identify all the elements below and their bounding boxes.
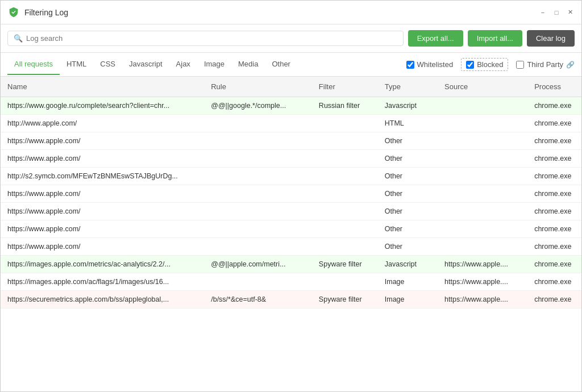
cell-name: https://www.apple.com/	[1, 220, 204, 238]
tab-media[interactable]: Media	[231, 54, 265, 75]
cell-type: Image	[378, 273, 438, 291]
import-button[interactable]: Import all...	[468, 30, 522, 47]
cell-source	[438, 115, 527, 132]
col-header-filter: Filter	[312, 77, 378, 97]
tab-css[interactable]: CSS	[93, 54, 122, 75]
col-header-name: Name	[1, 77, 204, 97]
col-header-type: Type	[378, 77, 438, 97]
cell-type: Javascript	[378, 97, 438, 115]
blocked-filter[interactable]: Blocked	[461, 58, 508, 71]
table-row[interactable]: https://www.google.ru/complete/search?cl…	[1, 97, 581, 115]
table-row[interactable]: https://www.apple.com/Otherchrome.exe	[1, 238, 581, 256]
col-header-rule: Rule	[204, 77, 312, 97]
cell-filter	[312, 150, 378, 168]
cell-type: Other	[378, 220, 438, 238]
whitelisted-checkbox[interactable]	[406, 61, 414, 69]
cell-rule	[204, 238, 312, 256]
cell-filter	[312, 185, 378, 203]
tab-image[interactable]: Image	[197, 54, 231, 75]
cell-source	[438, 168, 527, 185]
tab-javascript[interactable]: Javascript	[122, 54, 169, 75]
cell-source	[438, 203, 527, 220]
cell-filter	[312, 238, 378, 256]
table-row[interactable]: http://s2.symcb.com/MFEwTzBNMEswSTAJBgUr…	[1, 168, 581, 185]
toolbar: 🔍 Export all... Import all... Clear log	[1, 24, 581, 53]
tab-all-requests[interactable]: All requests	[7, 54, 60, 75]
cell-name: https://www.apple.com/	[1, 185, 204, 203]
table-body: https://www.google.ru/complete/search?cl…	[1, 97, 581, 308]
title-bar-left: Filtering Log	[7, 6, 68, 19]
table-row[interactable]: https://www.apple.com/Otherchrome.exe	[1, 203, 581, 220]
search-box[interactable]: 🔍	[7, 31, 404, 46]
cell-filter	[312, 273, 378, 291]
export-button[interactable]: Export all...	[408, 30, 463, 47]
third-party-label: Third Party	[527, 60, 563, 69]
table-row[interactable]: https://securemetrics.apple.com/b/ss/app…	[1, 291, 581, 308]
cell-filter: Spyware filter	[312, 256, 378, 273]
cell-name: https://www.apple.com/	[1, 150, 204, 168]
table-row[interactable]: https://images.apple.com/ac/flags/1/imag…	[1, 273, 581, 291]
cell-rule	[204, 168, 312, 185]
tab-other[interactable]: Other	[265, 54, 297, 75]
table-header-row: Name Rule Filter Type Source Process	[1, 77, 581, 97]
cell-filter	[312, 203, 378, 220]
filter-checks: Whitelisted Blocked Third Party 🔗	[406, 58, 575, 71]
cell-source	[438, 150, 527, 168]
cell-type: Other	[378, 168, 438, 185]
search-icon: 🔍	[14, 34, 23, 43]
col-header-source: Source	[438, 77, 527, 97]
cell-rule	[204, 273, 312, 291]
cell-rule: @@||apple.com/metri...	[204, 256, 312, 273]
maximize-button[interactable]: □	[552, 8, 561, 17]
col-header-process: Process	[527, 77, 581, 97]
table-row[interactable]: https://www.apple.com/Otherchrome.exe	[1, 185, 581, 203]
log-table-container: Name Rule Filter Type Source Process htt…	[1, 77, 581, 391]
app-title: Filtering Log	[24, 8, 68, 17]
cell-type: Other	[378, 132, 438, 150]
table-row[interactable]: https://www.apple.com/Otherchrome.exe	[1, 132, 581, 150]
cell-rule: @@||google.*/comple...	[204, 97, 312, 115]
close-button[interactable]: ✕	[566, 8, 575, 17]
cell-process: chrome.exe	[527, 273, 581, 291]
cell-source: https://www.apple....	[438, 273, 527, 291]
cell-type: Other	[378, 238, 438, 256]
whitelisted-filter[interactable]: Whitelisted	[406, 60, 454, 69]
table-row[interactable]: https://www.apple.com/Otherchrome.exe	[1, 220, 581, 238]
tab-html[interactable]: HTML	[60, 54, 93, 75]
cell-filter	[312, 132, 378, 150]
cell-type: Other	[378, 185, 438, 203]
cell-source: https://www.apple....	[438, 256, 527, 273]
cell-process: chrome.exe	[527, 150, 581, 168]
cell-name: https://www.apple.com/	[1, 203, 204, 220]
cell-process: chrome.exe	[527, 132, 581, 150]
blocked-checkbox[interactable]	[466, 61, 474, 69]
cell-rule	[204, 220, 312, 238]
filter-tabs: All requests HTML CSS Javascript Ajax Im…	[1, 53, 581, 77]
adguard-logo-icon	[7, 6, 20, 19]
cell-source: https://www.apple....	[438, 291, 527, 308]
third-party-filter[interactable]: Third Party 🔗	[516, 60, 575, 69]
cell-name: https://images.apple.com/metrics/ac-anal…	[1, 256, 204, 273]
cell-filter: Spyware filter	[312, 291, 378, 308]
table-row[interactable]: https://images.apple.com/metrics/ac-anal…	[1, 256, 581, 273]
clear-log-button[interactable]: Clear log	[527, 30, 575, 47]
table-row[interactable]: https://www.apple.com/Otherchrome.exe	[1, 150, 581, 168]
whitelisted-label: Whitelisted	[417, 60, 454, 69]
cell-name: https://www.apple.com/	[1, 132, 204, 150]
cell-name: http://s2.symcb.com/MFEwTzBNMEswSTAJBgUr…	[1, 168, 204, 185]
log-table: Name Rule Filter Type Source Process htt…	[1, 77, 581, 308]
minimize-button[interactable]: −	[538, 8, 547, 17]
tab-ajax[interactable]: Ajax	[169, 54, 197, 75]
cell-filter	[312, 168, 378, 185]
table-row[interactable]: http://www.apple.com/HTMLchrome.exe	[1, 115, 581, 132]
cell-type: Javascript	[378, 256, 438, 273]
cell-type: HTML	[378, 115, 438, 132]
third-party-checkbox[interactable]	[516, 61, 524, 69]
search-input[interactable]	[26, 34, 397, 43]
cell-filter	[312, 115, 378, 132]
cell-type: Other	[378, 203, 438, 220]
cell-source	[438, 97, 527, 115]
cell-name: http://www.apple.com/	[1, 115, 204, 132]
cell-filter: Russian filter	[312, 97, 378, 115]
cell-process: chrome.exe	[527, 291, 581, 308]
